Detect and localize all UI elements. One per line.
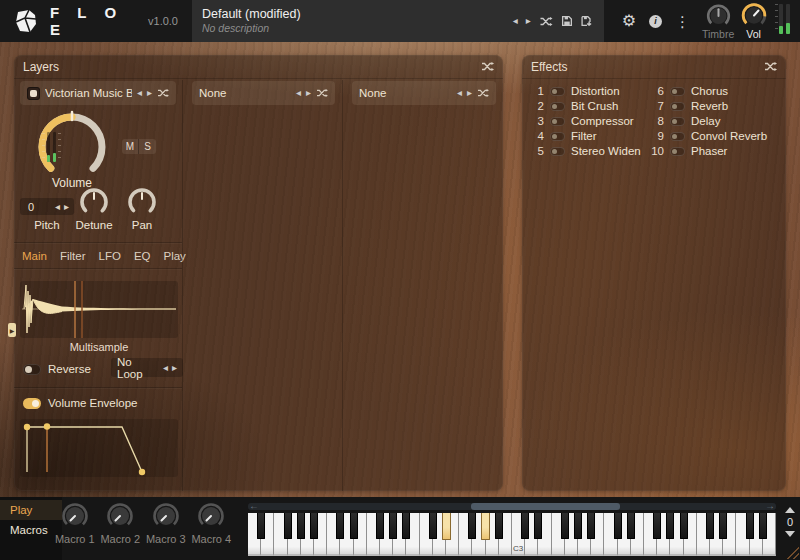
effect-row-delay[interactable]: 8 Delay — [650, 115, 782, 128]
effect-toggle[interactable] — [670, 132, 685, 141]
layer-volume-knob[interactable] — [34, 109, 110, 185]
layer-1-next-button[interactable]: ▸ — [147, 88, 152, 98]
piano-key-black[interactable] — [336, 513, 344, 539]
mute-button[interactable]: M — [122, 139, 139, 154]
effect-row-distortion[interactable]: 1 Distortion — [530, 85, 650, 98]
effect-toggle[interactable] — [550, 147, 565, 156]
save-icon[interactable] — [561, 15, 573, 27]
piano-key-black[interactable] — [614, 513, 622, 539]
layers-random-icon[interactable] — [481, 61, 494, 72]
octave-up-icon[interactable] — [785, 507, 795, 513]
envelope-editor[interactable] — [20, 419, 178, 477]
settings-gear-icon[interactable]: ⚙ — [622, 13, 636, 29]
resize-handle[interactable] — [787, 547, 799, 559]
effect-row-reverb[interactable]: 7 Reverb — [650, 100, 782, 113]
layer-3-next-button[interactable]: ▸ — [467, 88, 472, 98]
preset-random-icon[interactable] — [539, 16, 553, 27]
piano-key-black[interactable] — [680, 513, 688, 539]
layer-2-next-button[interactable]: ▸ — [306, 88, 311, 98]
layer-1-random-icon[interactable] — [157, 88, 169, 98]
effect-row-stereo-widen[interactable]: 5 Stereo Widen — [530, 145, 650, 158]
detune-knob[interactable] — [77, 185, 111, 219]
effects-random-icon[interactable] — [764, 61, 777, 72]
piano-key-highlighted[interactable] — [442, 513, 451, 540]
piano-key-black[interactable] — [746, 513, 754, 539]
timbre-knob[interactable]: Timbre — [698, 3, 738, 40]
tab-eq[interactable]: EQ — [134, 250, 151, 262]
pan-knob[interactable] — [125, 185, 159, 219]
piano-key-black[interactable] — [666, 513, 674, 539]
effect-row-filter[interactable]: 4 Filter — [530, 130, 650, 143]
effect-toggle[interactable] — [550, 102, 565, 111]
tab-filter[interactable]: Filter — [60, 250, 86, 262]
octave-down-icon[interactable] — [785, 531, 795, 537]
piano-key-black[interactable] — [719, 513, 727, 539]
piano-key-black[interactable] — [350, 513, 358, 539]
keyboard-scrollbar[interactable]: ← → — [248, 503, 776, 510]
overflow-menu-icon[interactable]: ⋮ — [675, 14, 690, 29]
piano-key-black[interactable] — [389, 513, 397, 539]
effect-row-bit-crush[interactable]: 2 Bit Crush — [530, 100, 650, 113]
effect-toggle[interactable] — [670, 117, 685, 126]
effect-toggle[interactable] — [670, 87, 685, 96]
layer-2-random-icon[interactable] — [316, 88, 328, 98]
layer-1-prev-button[interactable]: ◂ — [137, 88, 142, 98]
piano-key-black[interactable] — [706, 513, 714, 539]
effect-toggle[interactable] — [550, 117, 565, 126]
pitch-up-button[interactable]: ▸ — [64, 202, 69, 212]
piano-key-black[interactable] — [521, 513, 529, 539]
effect-toggle[interactable] — [550, 87, 565, 96]
piano-key-black[interactable] — [284, 513, 292, 539]
piano-key-black[interactable] — [627, 513, 635, 539]
effect-toggle[interactable] — [670, 147, 685, 156]
volume-master-knob[interactable]: Vol — [738, 2, 769, 40]
layer-2-instrument-selector[interactable]: None ◂ ▸ — [192, 81, 335, 105]
macro-1[interactable]: Macro 1 — [52, 501, 98, 545]
piano-key-black[interactable] — [561, 513, 569, 539]
piano-key-black[interactable] — [257, 513, 265, 539]
layer-3-prev-button[interactable]: ◂ — [457, 88, 462, 98]
layer-3-instrument-selector[interactable]: None ◂ ▸ — [352, 81, 496, 105]
effect-toggle[interactable] — [550, 132, 565, 141]
piano-key-black[interactable] — [429, 513, 437, 539]
effect-row-compressor[interactable]: 3 Compressor — [530, 115, 650, 128]
piano-keys[interactable]: C3 — [248, 513, 776, 556]
macro-2[interactable]: Macro 2 — [98, 501, 144, 545]
volume-envelope-toggle[interactable] — [23, 398, 41, 409]
layer-1-instrument-selector[interactable]: Victorian Music B.. ◂ ▸ — [20, 81, 176, 105]
sample-start-marker[interactable]: ▶ — [8, 323, 16, 337]
solo-button[interactable]: S — [139, 139, 156, 154]
piano-key-black[interactable] — [310, 513, 318, 539]
layer-3-random-icon[interactable] — [477, 88, 489, 98]
waveform-display[interactable] — [20, 281, 178, 338]
tab-lfo[interactable]: LFO — [99, 250, 121, 262]
effect-toggle[interactable] — [670, 102, 685, 111]
piano-key-black[interactable] — [495, 513, 503, 539]
loop-prev-button[interactable]: ◂ — [163, 363, 168, 373]
macro-3[interactable]: Macro 3 — [143, 501, 189, 545]
layer-2-prev-button[interactable]: ◂ — [296, 88, 301, 98]
effect-row-phaser[interactable]: 10 Phaser — [650, 145, 782, 158]
pitch-down-button[interactable]: ◂ — [55, 202, 60, 212]
scroll-left-arrow-icon[interactable]: ← — [249, 499, 259, 513]
loop-mode-selector[interactable]: No Loop ◂ ▸ — [111, 358, 183, 377]
preset-box[interactable]: Default (modified) No description ◂ ▸ — [192, 0, 604, 42]
keyboard-scrollbar-thumb[interactable] — [471, 503, 620, 510]
effect-row-convol-reverb[interactable]: 9 Convol Reverb — [650, 130, 782, 143]
reverse-toggle[interactable] — [23, 364, 41, 375]
piano-key-black[interactable] — [402, 513, 410, 539]
piano-key-highlighted[interactable] — [481, 513, 490, 540]
piano-key-black[interactable] — [376, 513, 384, 539]
save-as-icon[interactable] — [581, 15, 594, 27]
preset-prev-button[interactable]: ◂ — [513, 16, 518, 26]
piano-key-black[interactable] — [587, 513, 595, 539]
piano-key-black[interactable] — [574, 513, 582, 539]
info-icon[interactable]: i — [649, 15, 662, 28]
preset-next-button[interactable]: ▸ — [526, 16, 531, 26]
tab-main[interactable]: Main — [22, 250, 47, 262]
macro-4[interactable]: Macro 4 — [189, 501, 235, 545]
piano-key-black[interactable] — [653, 513, 661, 539]
loop-next-button[interactable]: ▸ — [172, 363, 177, 373]
pitch-stepper[interactable]: 0 ◂ ▸ — [20, 198, 74, 215]
piano-key-black[interactable] — [534, 513, 542, 539]
